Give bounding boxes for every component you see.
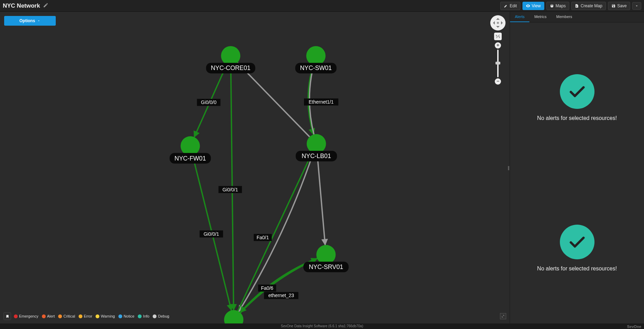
legend-label: Notice: [124, 314, 134, 318]
topology-canvas[interactable]: Options + −: [0, 12, 510, 323]
save-button[interactable]: Save: [608, 2, 630, 10]
expand-button[interactable]: [500, 313, 506, 319]
legend-item: Notice: [118, 314, 134, 318]
node-label: NYC-SW01: [300, 64, 332, 71]
node-label: NYC-FW01: [175, 155, 206, 162]
top-bar: NYC Network Edit View Maps Create Map Sa…: [0, 0, 644, 12]
topology-node[interactable]: NYC-SW01: [295, 46, 337, 73]
bookmark-button[interactable]: [3, 312, 11, 320]
edge-label: Ethernet1/1: [304, 98, 338, 105]
legend-item: Debug: [153, 314, 169, 318]
legend-label: Emergency: [19, 314, 38, 318]
legend-dot: [153, 314, 156, 318]
view-button[interactable]: View: [522, 2, 544, 10]
tab-members[interactable]: Members: [552, 12, 577, 22]
legend-dot: [42, 314, 46, 318]
legend-dot: [96, 314, 99, 318]
edit-button[interactable]: Edit: [500, 2, 520, 10]
create-map-button[interactable]: Create Map: [571, 2, 606, 10]
edit-button-label: Edit: [510, 3, 517, 8]
node-label: NYC-CORE01: [211, 64, 250, 71]
svg-text:Fa0/1: Fa0/1: [257, 235, 269, 240]
svg-text:Gi0/0/0: Gi0/0/0: [201, 99, 216, 105]
create-map-button-label: Create Map: [581, 3, 602, 8]
legend-item: Info: [138, 314, 149, 318]
edge-label: Fa0/6: [258, 285, 276, 292]
side-panel: Alerts Metrics Members No alerts for sel…: [510, 12, 644, 323]
legend-dot: [79, 314, 82, 318]
check-icon: [560, 225, 594, 259]
save-button-label: Save: [617, 3, 627, 8]
tab-alerts[interactable]: Alerts: [510, 12, 529, 22]
legend-item: Critical: [58, 314, 75, 318]
svg-text:Gi0/0/1: Gi0/0/1: [204, 231, 219, 237]
footer: SevOne Data Insight Software (6.6.1 sha1…: [0, 323, 644, 329]
topology-edge[interactable]: [238, 63, 310, 137]
edge-label: Gi0/0/1: [218, 186, 242, 193]
legend-label: Error: [84, 314, 92, 318]
legend-label: Critical: [63, 314, 75, 318]
svg-text:Gi0/0/1: Gi0/0/1: [222, 187, 238, 192]
edge-label: Gi0/0/0: [197, 99, 221, 106]
check-icon: [560, 74, 594, 109]
side-tabs: Alerts Metrics Members: [510, 12, 644, 23]
legend-item: Error: [79, 314, 92, 318]
no-alerts-text: No alerts for selected resources!: [537, 115, 617, 121]
tab-metrics[interactable]: Metrics: [529, 12, 551, 22]
edge-label: Fa0/1: [254, 234, 272, 241]
save-dropdown-button[interactable]: [632, 2, 641, 10]
svg-point-8: [316, 245, 336, 265]
panel-splitter[interactable]: ‖: [508, 165, 510, 170]
main-area: Options + −: [0, 12, 644, 323]
alerts-panel-body: No alerts for selected resources! No ale…: [510, 23, 644, 323]
legend-label: Warning: [101, 314, 115, 318]
legend-dot: [14, 314, 18, 318]
legend-bar: EmergencyAlertCriticalErrorWarningNotice…: [3, 312, 506, 320]
topology-svg: NYC-CORE01NYC-SW01NYC-FW01NYC-LB01NYC-SR…: [0, 12, 510, 323]
topology-node[interactable]: NYC-FW01: [170, 136, 211, 164]
footer-text: SevOne Data Insight Software (6.6.1 sha1…: [281, 324, 363, 328]
legend-dot: [138, 314, 142, 318]
legend-label: Alert: [47, 314, 55, 318]
topology-node[interactable]: NYC-CORE01: [206, 46, 255, 73]
edge-label: Gi0/0/1: [199, 231, 223, 237]
maps-button[interactable]: Maps: [546, 2, 569, 10]
legend-dot: [118, 314, 122, 318]
topology-node[interactable]: NYC-LB01: [296, 134, 337, 162]
legend-label: Debug: [158, 314, 169, 318]
expand-icon: [501, 314, 505, 318]
topology-edge[interactable]: [317, 153, 325, 245]
alert-status-block: No alerts for selected resources!: [510, 23, 644, 173]
legend-item: Emergency: [14, 314, 38, 318]
legend-dot: [58, 314, 62, 318]
svg-point-2: [306, 46, 325, 66]
node-label: NYC-LB01: [302, 153, 331, 159]
legend-item: Alert: [42, 314, 55, 318]
legend-label: Info: [143, 314, 149, 318]
edit-title-icon[interactable]: [43, 2, 48, 9]
svg-point-0: [221, 46, 240, 66]
alert-status-block: No alerts for selected resources!: [510, 173, 644, 323]
chevron-down-icon: [635, 4, 639, 8]
footer-brand: SevOne: [627, 324, 641, 329]
no-alerts-text: No alerts for selected resources!: [537, 266, 617, 272]
svg-text:Ethernet1/1: Ethernet1/1: [309, 99, 334, 105]
page-title: NYC Network: [3, 2, 40, 9]
topology-node[interactable]: NYC-SRV01: [303, 245, 349, 272]
svg-text:Fa0/6: Fa0/6: [261, 285, 274, 291]
svg-point-4: [181, 136, 200, 156]
svg-text:ethernet_23: ethernet_23: [268, 293, 294, 298]
node-label: NYC-SRV01: [309, 263, 343, 270]
bookmark-icon: [6, 314, 9, 319]
legend-item: Warning: [96, 314, 115, 318]
maps-button-label: Maps: [556, 3, 566, 8]
svg-point-6: [307, 134, 326, 154]
edge-label: ethernet_23: [264, 292, 298, 299]
view-button-label: View: [532, 3, 541, 8]
